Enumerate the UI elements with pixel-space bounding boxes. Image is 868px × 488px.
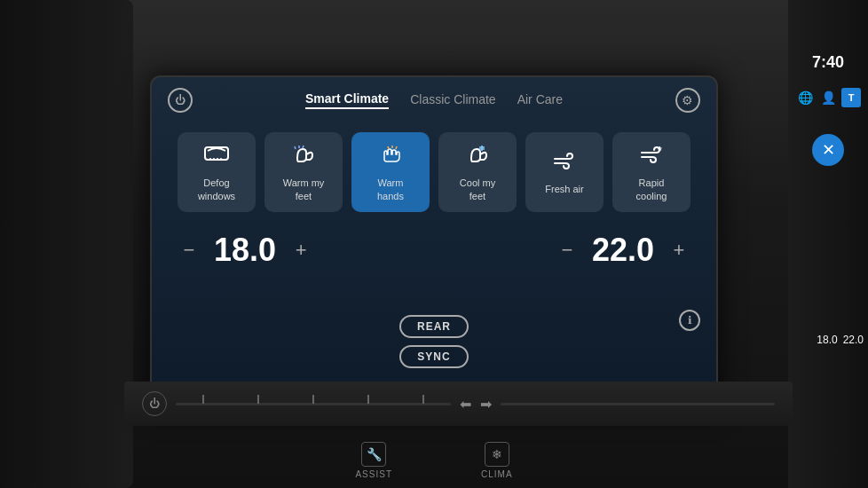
cool-feet-icon — [464, 142, 491, 171]
clima-button[interactable]: ❄ CLIMA — [481, 442, 513, 479]
left-panel — [0, 0, 133, 488]
direction-icon-1[interactable]: ⬅ — [460, 396, 471, 413]
bottom-section: − 18.0 + − 22.0 + — [152, 224, 716, 276]
direction-icon-2[interactable]: ➡ — [480, 396, 492, 413]
svg-text:*: * — [658, 145, 662, 157]
temp-slider[interactable] — [501, 403, 776, 405]
media-icon[interactable]: T — [841, 88, 861, 107]
bottom-temps: 18.0 22.0 — [817, 334, 864, 346]
physical-controls: ⏻ ⬅ ➡ — [124, 382, 793, 426]
warm-feet-button[interactable]: Warm myfeet — [264, 132, 343, 212]
power-physical-button[interactable]: ⏻ — [142, 391, 167, 416]
fresh-air-label: Fresh air — [545, 183, 583, 195]
right-temp-control: − 22.0 + — [555, 232, 691, 269]
power-button[interactable]: ⏻ — [168, 88, 193, 113]
rear-button[interactable]: REAR — [399, 315, 469, 338]
warm-feet-label: Warm myfeet — [283, 177, 325, 202]
rapid-cooling-button[interactable]: * Rapidcooling — [612, 132, 690, 212]
svg-rect-0 — [205, 147, 228, 160]
assist-label: ASSIST — [355, 469, 392, 479]
right-temp-value: 22.0 — [592, 232, 654, 269]
time-display: 7:40 — [812, 53, 844, 72]
right-icons: 🌐 👤 T — [797, 88, 859, 107]
warm-hands-icon — [377, 142, 404, 171]
assist-button[interactable]: 🔧 ASSIST — [355, 442, 392, 479]
assist-icon: 🔧 — [361, 442, 386, 467]
info-button[interactable]: ℹ — [679, 310, 700, 331]
fan-slider[interactable] — [176, 403, 451, 405]
right-temp-minus[interactable]: − — [555, 238, 580, 263]
main-screen: ⏻ Smart Climate Classic Climate Air Care… — [150, 75, 718, 413]
info-icon: ℹ — [688, 314, 692, 327]
clima-label: CLIMA — [481, 469, 513, 479]
close-icon: ✕ — [822, 140, 835, 160]
settings-button[interactable]: ⚙ — [675, 88, 700, 113]
warm-hands-label: Warmhands — [377, 177, 404, 202]
defog-windows-button[interactable]: Defogwindows — [178, 132, 256, 212]
climate-grid: Defogwindows Warm myfeet — [152, 123, 716, 224]
clima-icon: ❄ — [485, 442, 509, 467]
center-controls: REAR SYNC — [399, 315, 469, 368]
right-panel: 7:40 🌐 👤 T ✕ 18.0 22.0 — [788, 0, 868, 488]
rapid-cooling-icon: * — [638, 142, 665, 171]
warm-hands-button[interactable]: Warmhands — [351, 132, 430, 212]
gear-icon: ⚙ — [682, 93, 693, 107]
left-temp-minus[interactable]: − — [177, 238, 201, 263]
rapid-cooling-label: Rapidcooling — [636, 177, 667, 202]
tab-air-care[interactable]: Air Care — [517, 92, 563, 108]
defog-icon — [203, 142, 230, 171]
left-temp-value: 18.0 — [214, 232, 276, 269]
tab-classic-climate[interactable]: Classic Climate — [410, 92, 495, 108]
right-temp-plus[interactable]: + — [667, 238, 691, 263]
fresh-air-icon — [551, 148, 578, 177]
sync-button[interactable]: SYNC — [399, 345, 468, 368]
bottom-temp-left: 18.0 — [817, 334, 837, 346]
dashboard: ⏻ Smart Climate Classic Climate Air Care… — [0, 0, 868, 488]
cool-feet-button[interactable]: Cool myfeet — [438, 132, 517, 212]
warm-feet-icon — [290, 142, 317, 171]
close-button[interactable]: ✕ — [812, 134, 844, 166]
tab-smart-climate[interactable]: Smart Climate — [305, 91, 389, 109]
bottom-temp-right: 22.0 — [843, 334, 864, 346]
fresh-air-button[interactable]: Fresh air — [525, 132, 604, 212]
left-temp-plus[interactable]: + — [288, 238, 313, 263]
power-icon: ⏻ — [175, 94, 185, 106]
defog-label: Defogwindows — [198, 177, 235, 202]
cool-feet-label: Cool myfeet — [460, 177, 495, 202]
screen-header: ⏻ Smart Climate Classic Climate Air Care… — [152, 77, 716, 123]
left-temp-control: − 18.0 + — [177, 232, 313, 269]
user-icon: 👤 — [818, 88, 838, 107]
globe-icon: 🌐 — [795, 88, 815, 107]
bottom-bar: 🔧 ASSIST ❄ CLIMA — [0, 442, 868, 479]
tab-bar: Smart Climate Classic Climate Air Care — [305, 91, 563, 109]
right-icon-row-1: 🌐 👤 T — [795, 88, 861, 107]
